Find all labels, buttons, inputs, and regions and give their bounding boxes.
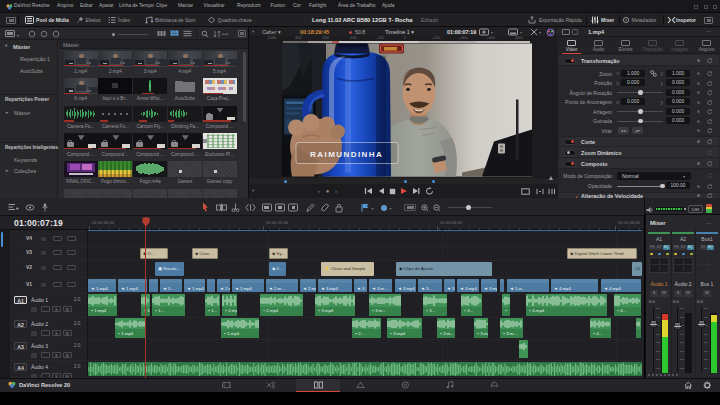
svg-text:RAIMUNDINHA: RAIMUNDINHA — [310, 150, 383, 159]
